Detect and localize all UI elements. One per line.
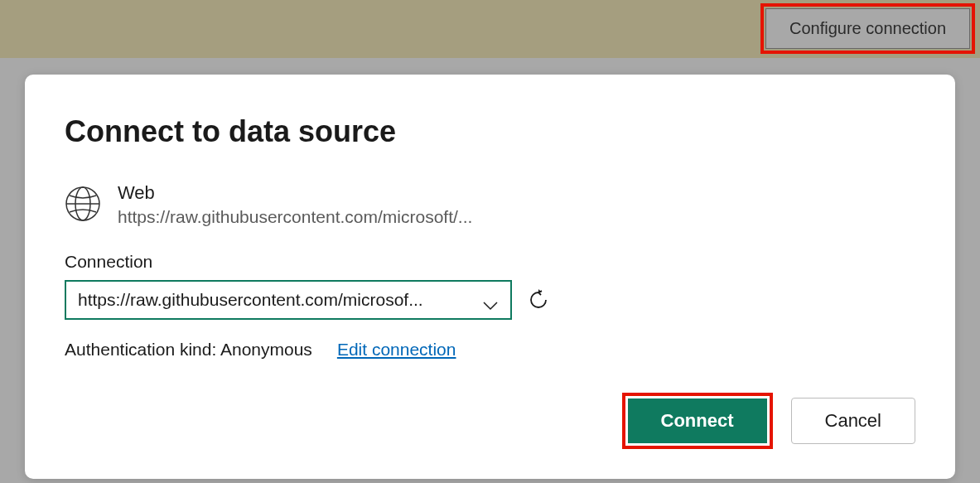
globe-icon <box>65 186 101 222</box>
connection-dropdown[interactable]: https://raw.githubusercontent.com/micros… <box>65 280 512 320</box>
source-info: Web https://raw.githubusercontent.com/mi… <box>118 182 472 227</box>
auth-row: Authentication kind: Anonymous Edit conn… <box>65 340 915 360</box>
dialog-title: Connect to data source <box>65 114 915 149</box>
connect-button[interactable]: Connect <box>628 398 767 443</box>
configure-connection-button[interactable]: Configure connection <box>765 8 970 49</box>
configure-button-highlight: Configure connection <box>760 3 975 54</box>
top-bar: Configure connection <box>0 0 980 58</box>
auth-kind-text: Authentication kind: Anonymous <box>65 340 312 360</box>
connection-field-label: Connection <box>65 252 915 272</box>
connect-dialog: Connect to data source Web https://raw.g… <box>25 75 955 479</box>
chevron-down-icon <box>482 295 499 305</box>
connect-button-highlight: Connect <box>622 393 773 449</box>
connection-selected-value: https://raw.githubusercontent.com/micros… <box>78 290 423 310</box>
connection-row: https://raw.githubusercontent.com/micros… <box>65 280 915 320</box>
source-type-label: Web <box>118 182 472 204</box>
dialog-button-row: Connect Cancel <box>65 393 915 449</box>
cancel-button[interactable]: Cancel <box>791 398 915 444</box>
edit-connection-link[interactable]: Edit connection <box>337 340 456 360</box>
source-url-text: https://raw.githubusercontent.com/micros… <box>118 207 472 227</box>
refresh-icon[interactable] <box>527 288 550 312</box>
source-row: Web https://raw.githubusercontent.com/mi… <box>65 182 915 227</box>
